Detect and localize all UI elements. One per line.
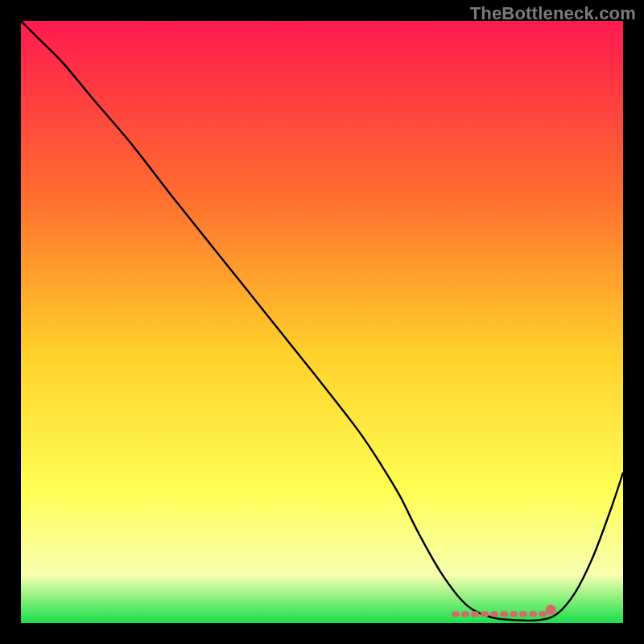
- highlight-point: [546, 605, 556, 615]
- plot-area: [21, 21, 623, 623]
- gradient-background: [21, 21, 623, 623]
- chart-svg: [21, 21, 623, 623]
- chart-frame: TheBottleneck.com: [0, 0, 644, 644]
